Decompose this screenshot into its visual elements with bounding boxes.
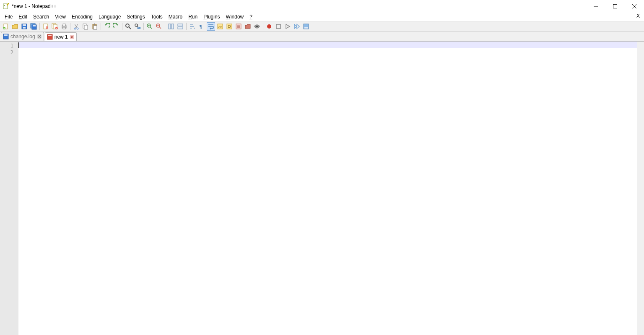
mdi-close-button[interactable]: X <box>636 13 640 19</box>
monitoring-button[interactable] <box>253 22 261 31</box>
menu-bar: File Edit Search View Encoding Language … <box>0 13 644 21</box>
function-list-button[interactable] <box>234 22 243 31</box>
svg-rect-61 <box>276 24 280 29</box>
svg-rect-68 <box>48 35 52 36</box>
svg-rect-11 <box>23 24 26 26</box>
menu-tools[interactable]: Tools <box>148 13 166 21</box>
text-editor[interactable] <box>18 42 644 335</box>
svg-line-32 <box>129 27 131 29</box>
tab-close-button[interactable] <box>37 34 42 39</box>
svg-rect-65 <box>4 34 8 36</box>
menu-search[interactable]: Search <box>30 13 52 21</box>
toolbar: ab ¶ ab <box>0 21 644 32</box>
minimize-button[interactable] <box>586 0 605 13</box>
tab-bar: change.log new 1 <box>0 32 644 41</box>
wordwrap-button[interactable] <box>207 22 215 31</box>
print-button[interactable] <box>60 22 68 31</box>
editor-line <box>18 42 644 48</box>
paste-button[interactable] <box>91 22 99 31</box>
tab-close-button[interactable] <box>70 34 75 39</box>
svg-rect-15 <box>33 25 36 26</box>
line-number: 1 <box>0 42 18 49</box>
svg-rect-22 <box>63 24 65 26</box>
menu-macro[interactable]: Macro <box>166 13 185 21</box>
macro-record-button[interactable] <box>265 22 273 31</box>
zoom-in-button[interactable] <box>145 22 154 31</box>
menu-run[interactable]: Run <box>185 13 200 21</box>
svg-rect-29 <box>94 24 95 25</box>
folder-workspace-button[interactable] <box>244 22 252 31</box>
maximize-button[interactable] <box>605 0 625 13</box>
user-lang-button[interactable]: ab <box>216 22 224 31</box>
svg-rect-9 <box>3 28 5 29</box>
open-file-button[interactable] <box>11 22 19 31</box>
save-button[interactable] <box>20 22 29 31</box>
svg-rect-23 <box>63 27 65 29</box>
copy-button[interactable] <box>81 22 90 31</box>
app-icon <box>3 3 9 10</box>
save-all-button[interactable] <box>29 22 38 31</box>
menu-help[interactable]: ? <box>247 13 255 21</box>
new-file-button[interactable] <box>2 22 10 31</box>
replace-button[interactable]: ab <box>133 22 142 31</box>
macro-save-button[interactable] <box>302 22 310 31</box>
svg-point-59 <box>256 26 258 27</box>
svg-point-24 <box>74 28 76 29</box>
doc-map-button[interactable] <box>225 22 234 31</box>
editor-area: 1 2 <box>0 41 644 335</box>
show-symbol-button[interactable]: ¶ <box>197 22 206 31</box>
menu-plugins[interactable]: Plugins <box>200 13 223 21</box>
file-saved-icon <box>3 34 9 39</box>
svg-rect-63 <box>304 27 308 29</box>
menu-edit[interactable]: Edit <box>16 13 30 21</box>
menu-settings[interactable]: Settings <box>124 13 148 21</box>
close-all-button[interactable] <box>51 22 59 31</box>
close-file-button[interactable] <box>42 22 50 31</box>
svg-rect-46 <box>178 27 183 29</box>
file-unsaved-icon <box>47 34 53 40</box>
redo-button[interactable] <box>112 22 120 31</box>
menu-encoding[interactable]: Encoding <box>69 13 96 21</box>
svg-rect-3 <box>613 5 617 8</box>
editor-line <box>18 48 644 55</box>
toolbar-separator <box>165 23 165 30</box>
svg-rect-30 <box>93 26 97 29</box>
tab-new-1[interactable]: new 1 <box>45 32 77 41</box>
undo-button[interactable] <box>103 22 111 31</box>
zoom-out-button[interactable] <box>155 22 163 31</box>
toolbar-separator <box>263 23 263 30</box>
cut-button[interactable] <box>72 22 80 31</box>
toolbar-separator <box>70 23 70 30</box>
toolbar-separator <box>143 23 144 30</box>
svg-point-25 <box>77 28 78 29</box>
indent-guide-button[interactable] <box>188 22 197 31</box>
svg-rect-43 <box>169 24 171 29</box>
macro-play-multi-button[interactable] <box>293 22 301 31</box>
svg-rect-44 <box>171 24 174 29</box>
svg-line-37 <box>150 27 152 29</box>
toolbar-separator <box>39 23 40 30</box>
close-button[interactable] <box>625 0 644 13</box>
svg-rect-55 <box>227 24 232 29</box>
toolbar-separator <box>122 23 122 30</box>
window-title: *new 1 - Notepad++ <box>12 3 586 9</box>
svg-text:ab: ab <box>218 25 222 29</box>
window-buttons <box>586 0 644 13</box>
svg-text:ab: ab <box>137 26 141 30</box>
menu-window[interactable]: Window <box>223 13 247 21</box>
macro-play-button[interactable] <box>283 22 292 31</box>
sync-vscroll-button[interactable] <box>167 22 175 31</box>
find-button[interactable] <box>124 22 132 31</box>
tab-label: new 1 <box>55 34 68 40</box>
svg-point-31 <box>126 24 129 27</box>
menu-language[interactable]: Language <box>96 13 124 21</box>
macro-stop-button[interactable] <box>274 22 283 31</box>
vertical-scrollbar[interactable] <box>637 42 644 335</box>
tab-change-log[interactable]: change.log <box>1 32 44 41</box>
title-bar: *new 1 - Notepad++ <box>0 0 644 13</box>
menu-file[interactable]: File <box>2 13 16 21</box>
svg-line-41 <box>159 27 161 29</box>
svg-point-1 <box>4 5 5 6</box>
menu-view[interactable]: View <box>52 13 69 21</box>
sync-hscroll-button[interactable] <box>176 22 184 31</box>
